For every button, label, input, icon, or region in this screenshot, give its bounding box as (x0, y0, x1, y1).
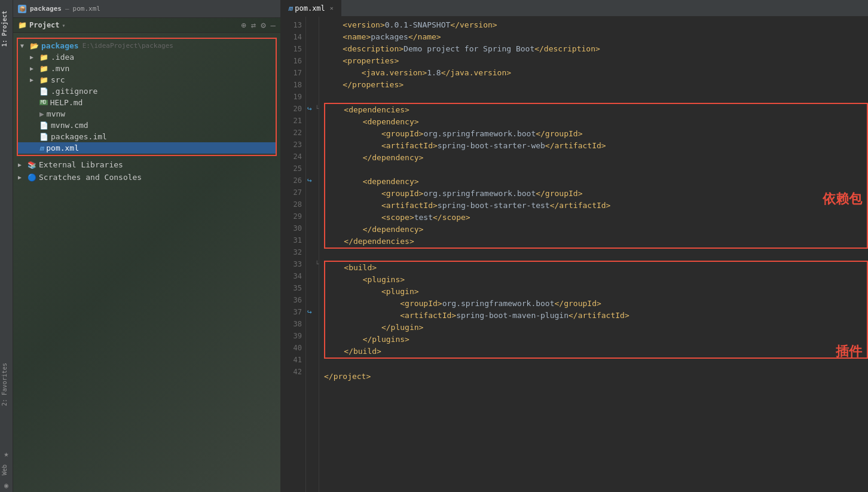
bookmark-icon-37[interactable]: ↪ (307, 306, 312, 318)
editor-area: m pom.xml ✕ 13 14 15 16 17 18 19 20 21 2… (281, 0, 868, 492)
tree-item-mvn[interactable]: ▶ 📁 .mvn (18, 63, 276, 74)
code-line-28: <artifactId>spring-boot-starter-test</ar… (325, 200, 867, 212)
bookmark-icon-26[interactable]: ↪ (307, 175, 312, 187)
window-title-text: packages (30, 5, 62, 13)
tab-close-icon[interactable]: ✕ (330, 5, 334, 11)
code-line-23: <artifactId>spring-boot-starter-web</art… (325, 140, 867, 152)
code-line-30: </dependency> (325, 224, 867, 236)
collapse-arrow-ext: ▶ (18, 161, 27, 168)
code-line-14: <name>packages</name> (324, 31, 868, 43)
code-line-22: <groupId>org.springframework.boot</group… (325, 128, 867, 140)
libraries-icon: 📚 (27, 161, 36, 169)
tree-item-pomxml[interactable]: m pom.xml (18, 142, 276, 154)
code-line-40: </build> (325, 346, 867, 357)
build-section: <build> <plugins> <plugin> <groupId>org.… (324, 261, 868, 359)
window-subtitle: pom.xml (73, 5, 100, 13)
tree-item-idea[interactable]: ▶ 📁 .idea (18, 51, 276, 63)
code-line-25 (325, 164, 867, 176)
pomxml-name: pom.xml (46, 143, 79, 152)
code-line-18: </properties> (324, 79, 868, 91)
tree-item-packages[interactable]: ▼ 📂 packages E:\ideaProject\packages (18, 40, 276, 51)
gutter: ↪ ↪ ↪ └ └ (306, 17, 319, 492)
code-line-37: <artifactId>spring-boot-maven-plugin</ar… (325, 310, 867, 322)
code-line-42: </project> (324, 371, 868, 383)
title-separator: – (65, 5, 69, 13)
code-content: <version>0.0.1-SNAPSHOT</version> <name>… (319, 17, 868, 492)
packages-path: E:\ideaProject\packages (82, 42, 173, 50)
minimize-icon[interactable]: — (271, 20, 276, 30)
tree-item-mvnwcmd[interactable]: 📄 mvnw.cmd (18, 120, 276, 131)
bookmark-icon-20[interactable]: ↪ (307, 103, 312, 115)
tree-item-src[interactable]: ▶ 📁 src (18, 74, 276, 85)
code-line-29: <scope>test</scope> (325, 212, 867, 224)
code-line-27: <groupId>org.springframework.boot</group… (325, 188, 867, 200)
code-line-35: <plugin> (325, 286, 867, 298)
collapse-arrow-icon: ▶ (30, 54, 39, 60)
xml-icon: m (39, 144, 44, 152)
sidebar-title[interactable]: Project (29, 21, 60, 29)
scratch-icon: 🔵 (27, 173, 36, 182)
vertical-tab-web[interactable]: Web (0, 461, 13, 479)
code-line-31: </dependencies> (325, 236, 867, 247)
arrows-icon[interactable]: ⇄ (251, 20, 256, 30)
settings-icon[interactable]: ⚙ (261, 20, 265, 30)
code-line-36: <groupId>org.springframework.boot</group… (325, 298, 867, 310)
file-icon-cmd: 📄 (39, 121, 48, 130)
vertical-tab-favorites[interactable]: 2: Favorites (0, 358, 13, 411)
window-title-bar: 📦 packages – pom.xml (13, 0, 280, 18)
idea-folder-name: .idea (51, 53, 74, 62)
fold-indicator-20[interactable]: └ (315, 103, 319, 115)
code-line-21: <dependency> (325, 116, 867, 128)
mvn-folder-name: .mvn (51, 64, 69, 73)
dropdown-arrow-icon[interactable]: ▾ (62, 22, 66, 29)
mvnw-name: mvnw (47, 109, 65, 118)
star-icon: ★ (0, 447, 13, 461)
code-line-17: <java.version>1.8</java.version> (324, 67, 868, 79)
code-line-38: </plugin> (325, 322, 867, 334)
collapse-arrow-icon3: ▶ (30, 77, 39, 83)
dependencies-section: <dependencies> <dependency> <groupId>org… (324, 103, 868, 249)
code-line-26: <dependency> (325, 176, 867, 188)
collapse-arrow-scratch: ▶ (18, 174, 27, 181)
scratches-label: Scratches and Consoles (39, 173, 142, 182)
line-numbers: 13 14 15 16 17 18 19 20 21 22 23 24 25 2… (281, 17, 306, 492)
tree-item-gitignore[interactable]: 📄 .gitignore (18, 85, 276, 97)
folder-icon3: 📁 (39, 76, 48, 84)
code-line-32 (324, 249, 868, 261)
tree-item-scratches[interactable]: ▶ 🔵 Scratches and Consoles (13, 171, 280, 184)
collapse-arrow-icon2: ▶ (30, 65, 39, 72)
code-line-33: <build> (325, 262, 867, 274)
tree-item-packagesiml[interactable]: 📄 packages.iml (18, 131, 276, 142)
gitignore-name: .gitignore (51, 87, 97, 96)
web-icon: ◉ (0, 479, 13, 492)
code-line-24: </dependency> (325, 152, 867, 164)
file-icon-gitignore: 📄 (39, 87, 48, 96)
fold-indicator-33[interactable]: └ (315, 258, 319, 270)
code-line-15: <description>Demo project for Spring Boo… (324, 43, 868, 55)
packagesiml-name: packages.iml (51, 132, 107, 141)
helpmd-name: HELP.md (50, 98, 83, 107)
vertical-tab-project[interactable]: 1: Project (0, 6, 13, 51)
tab-label: pom.xml (295, 4, 325, 13)
tab-pomxml[interactable]: m pom.xml ✕ (281, 0, 341, 16)
package-icon: 📦 (18, 5, 26, 13)
folder-icon: 📁 (18, 21, 27, 29)
mvnwcmd-name: mvnw.cmd (51, 121, 88, 130)
src-folder-name: src (51, 75, 65, 84)
expand-arrow-icon: ▼ (20, 42, 30, 49)
code-line-13: <version>0.0.1-SNAPSHOT</version> (324, 19, 868, 31)
globe-icon[interactable]: ⊕ (241, 20, 246, 30)
tree-item-mvnw[interactable]: ▶ mvnw (18, 108, 276, 120)
tree-item-helpmd[interactable]: MD HELP.md (18, 97, 276, 108)
code-line-20: <dependencies> (325, 104, 867, 116)
external-libraries-label: External Libraries (39, 160, 123, 169)
tab-bar: m pom.xml ✕ (281, 0, 868, 17)
folder-icon: 📁 (39, 53, 48, 62)
code-line-43 (324, 383, 868, 395)
file-icon-mvnw: ▶ (39, 109, 44, 118)
tree-item-external-libraries[interactable]: ▶ 📚 External Libraries (13, 158, 280, 171)
code-line-16: <properties> (324, 55, 868, 67)
folder-open-icon: 📂 (30, 42, 39, 50)
file-tree: ▼ 📂 packages E:\ideaProject\packages ▶ 📁… (13, 33, 280, 492)
tab-xml-icon: m (288, 4, 292, 13)
